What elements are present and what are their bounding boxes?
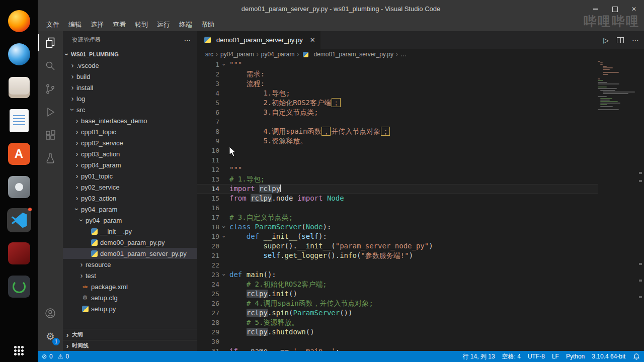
code-line[interactable]: 8 4.调用spain函数，并传入节点对象； bbox=[197, 127, 598, 136]
tree-item[interactable]: ›test bbox=[63, 270, 197, 281]
code-line[interactable]: 13# 1.导包; bbox=[197, 174, 598, 184]
code-line[interactable]: 18›class ParamServer(Node): bbox=[197, 222, 598, 232]
run-debug-icon[interactable] bbox=[38, 101, 63, 124]
tree-item[interactable]: ›resource bbox=[63, 259, 197, 270]
code-line[interactable]: 9 5.资源释放。 bbox=[197, 136, 598, 146]
menu-item[interactable]: 选择 bbox=[86, 18, 108, 31]
menu-item[interactable]: 运行 bbox=[152, 18, 175, 31]
timeline-panel-header[interactable]: › 时间线 bbox=[63, 340, 197, 351]
code-line[interactable]: 28 # 5.资源释放。 bbox=[197, 318, 598, 327]
close-button[interactable]: ✕ bbox=[631, 6, 637, 12]
maximize-button[interactable] bbox=[612, 6, 618, 12]
code-line[interactable]: 26 # 4.调用spain函数，并传入节点对象; bbox=[197, 299, 598, 308]
code-line[interactable]: 23›def main(): bbox=[197, 270, 598, 280]
code-line[interactable]: 21 self.get_logger().info("参数服务端!") bbox=[197, 251, 598, 260]
code-line[interactable]: 25 rclpy.init() bbox=[197, 289, 598, 299]
code-line[interactable]: 17# 3.自定义节点类; bbox=[197, 213, 598, 222]
status-item[interactable]: 行 14, 列 13 bbox=[459, 352, 499, 361]
tree-item[interactable]: ›cpp01_topic bbox=[63, 126, 197, 137]
code-line[interactable]: 11 bbox=[197, 155, 598, 165]
tree-item[interactable]: __init__.py bbox=[63, 226, 197, 237]
code-line[interactable]: 14import rclpy bbox=[197, 184, 598, 194]
extensions-icon[interactable] bbox=[38, 124, 63, 147]
status-item[interactable]: UTF-8 bbox=[524, 353, 548, 360]
code-line[interactable]: 22 bbox=[197, 260, 598, 270]
code-line[interactable]: 19› def __init__(self): bbox=[197, 232, 598, 241]
code-line[interactable]: 3 流程: bbox=[197, 79, 598, 88]
tab-close-icon[interactable]: ✕ bbox=[310, 36, 315, 44]
code-line[interactable]: 16 bbox=[197, 203, 598, 213]
code-line[interactable]: 1›""" bbox=[197, 60, 598, 69]
source-control-icon[interactable] bbox=[38, 77, 63, 101]
tree-item[interactable]: ›py03_action bbox=[63, 193, 197, 204]
problems-indicator[interactable]: ⊘ 0 ⚠ 0 bbox=[42, 353, 69, 360]
breadcrumb-item[interactable]: … bbox=[400, 51, 407, 58]
tree-item[interactable]: </>package.xml bbox=[63, 281, 197, 292]
sync-app-icon[interactable] bbox=[7, 275, 31, 299]
red-app-icon[interactable] bbox=[7, 241, 31, 265]
code-line[interactable]: 30 bbox=[197, 337, 598, 346]
files-app-icon[interactable] bbox=[7, 75, 31, 100]
tree-item[interactable]: ›cpp04_param bbox=[63, 159, 197, 170]
run-python-file-icon[interactable]: ▷ bbox=[603, 37, 609, 44]
overview-ruler[interactable] bbox=[637, 60, 644, 351]
software-center-icon[interactable] bbox=[7, 142, 31, 166]
explorer-icon[interactable] bbox=[38, 31, 63, 54]
code-line[interactable]: 6 3.自定义节点类; bbox=[197, 108, 598, 117]
code-line[interactable]: 29 rclpy.shutdown() bbox=[197, 327, 598, 337]
status-item[interactable]: LF bbox=[548, 353, 562, 360]
notifications-bell-icon[interactable] bbox=[633, 353, 640, 360]
menu-item[interactable]: 文件 bbox=[42, 18, 64, 31]
tree-item[interactable]: ›.vscode bbox=[63, 60, 197, 71]
tab-demo01-param-server[interactable]: demo01_param_server_py.py ✕ bbox=[197, 31, 320, 49]
tree-item[interactable]: ›build bbox=[63, 71, 197, 82]
tree-item[interactable]: ›py01_topic bbox=[63, 170, 197, 182]
testing-icon[interactable] bbox=[38, 147, 63, 170]
breadcrumb-item[interactable]: src bbox=[205, 51, 213, 58]
document-app-icon[interactable] bbox=[7, 109, 31, 133]
vscode-icon[interactable] bbox=[7, 208, 31, 232]
code-line[interactable]: 15from rclpy.node import Node bbox=[197, 194, 598, 203]
minimap[interactable] bbox=[598, 61, 636, 351]
tree-item[interactable]: ›py04_param bbox=[63, 215, 197, 226]
tree-item[interactable]: ›src bbox=[63, 104, 197, 115]
code-line[interactable]: 27 rclpy.spin(ParamServer()) bbox=[197, 308, 598, 318]
tree-item[interactable]: ›log bbox=[63, 93, 197, 104]
code-line[interactable]: 20 super().__init__("param_server_node_p… bbox=[197, 241, 598, 251]
code-line[interactable]: 10 bbox=[197, 146, 598, 155]
tree-item[interactable]: demo00_param_py.py bbox=[63, 237, 197, 248]
tree-item[interactable]: ⚙setup.cfg bbox=[63, 292, 197, 303]
code-line[interactable]: 7 bbox=[197, 117, 598, 127]
outline-panel-header[interactable]: › 大纲 bbox=[63, 329, 197, 340]
tree-item[interactable]: ›cpp03_action bbox=[63, 148, 197, 159]
tree-item[interactable]: ›cpp02_service bbox=[63, 137, 197, 148]
browser-sphere-icon[interactable] bbox=[7, 42, 31, 66]
utility-app-icon[interactable] bbox=[7, 175, 31, 199]
breadcrumb-item[interactable]: py04_param bbox=[220, 51, 254, 58]
search-icon[interactable] bbox=[38, 54, 63, 77]
firefox-icon[interactable] bbox=[7, 9, 31, 33]
status-item[interactable]: 空格: 4 bbox=[499, 352, 524, 361]
status-item[interactable]: Python bbox=[562, 353, 588, 360]
code-line[interactable]: 24 # 2.初始化ROS2客户端; bbox=[197, 280, 598, 289]
settings-gear-icon[interactable]: ⚙ 1 bbox=[38, 325, 63, 348]
account-icon[interactable] bbox=[38, 302, 63, 325]
breadcrumb-item[interactable]: demo01_param_server_py.py bbox=[301, 51, 393, 58]
code-line[interactable]: 2 需求: bbox=[197, 69, 598, 79]
code-line[interactable]: 5 2.初始化ROS2客户端； bbox=[197, 98, 598, 108]
show-applications-button[interactable] bbox=[0, 345, 38, 356]
split-editor-icon[interactable] bbox=[617, 37, 624, 43]
tree-item[interactable]: ›install bbox=[63, 82, 197, 93]
tree-item[interactable]: demo01_param_server_py.py bbox=[63, 248, 197, 259]
tree-item[interactable]: setup.py bbox=[63, 303, 197, 314]
code-line[interactable]: 12""" bbox=[197, 165, 598, 174]
menu-item[interactable]: 帮助 bbox=[197, 18, 219, 31]
more-actions-icon[interactable]: ⋯ bbox=[632, 37, 639, 44]
sidebar-more-actions-icon[interactable]: ⋯ bbox=[184, 36, 192, 44]
code-line[interactable]: 31if __name__ == '__main__': bbox=[197, 346, 598, 351]
tree-item[interactable]: ›py04_param bbox=[63, 204, 197, 215]
menu-item[interactable]: 查看 bbox=[108, 18, 130, 31]
minimize-button[interactable] bbox=[593, 6, 599, 12]
workspace-section[interactable]: › WS01_PLUMBING bbox=[63, 49, 197, 60]
breadcrumb-item[interactable]: py04_param bbox=[261, 51, 295, 58]
